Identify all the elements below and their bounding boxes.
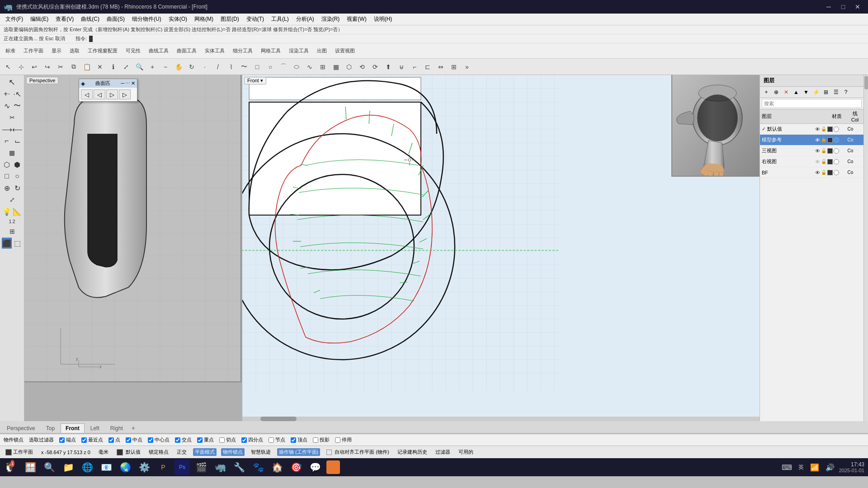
toolbar-tab-select[interactable]: 选取 <box>66 47 83 55</box>
taskbar-tools-btn[interactable]: 🔧 <box>231 460 247 475</box>
layer-lock-modelref[interactable]: 🔒 <box>821 137 826 142</box>
layers-new-child-btn[interactable]: ⊕ <box>772 88 781 97</box>
copy-icon[interactable]: ⧉ <box>67 61 80 73</box>
move-btn[interactable]: ⊕ <box>2 183 12 193</box>
taskbar-orange-btn[interactable] <box>326 460 340 474</box>
select-tool-icon[interactable]: ↖ <box>2 61 14 73</box>
toolbar-tab-display[interactable]: 显示 <box>48 47 65 55</box>
scrollbar-thumb[interactable] <box>260 417 297 421</box>
tray-clock[interactable]: 17:43 2025-01-01 <box>839 461 864 473</box>
layers-filter-btn[interactable]: ⚡ <box>811 88 821 97</box>
snap-project[interactable]: 投影 <box>313 436 330 443</box>
layer-vis-bf[interactable]: 👁 <box>815 170 820 175</box>
curve2-btn[interactable]: 〜 <box>12 100 22 111</box>
undo-icon[interactable]: ↩ <box>28 61 41 73</box>
snap-endpoint-check[interactable] <box>59 437 65 443</box>
menu-edit[interactable]: 编辑(E) <box>27 14 52 24</box>
layers-up-btn[interactable]: ▲ <box>792 88 801 97</box>
snap-tangent[interactable]: 切点 <box>219 436 236 443</box>
history-btn[interactable]: ⊞ <box>2 226 22 237</box>
cut-icon[interactable]: ✂ <box>54 61 67 73</box>
layer-row-rightview[interactable]: 右视图 👁 🔓 Co <box>760 156 863 167</box>
unit-status[interactable]: 毫米 <box>97 448 110 456</box>
zoom-in-icon[interactable]: + <box>146 61 159 73</box>
layer-row-bf[interactable]: BF 👁 🔓 Co <box>760 167 863 178</box>
planar-status[interactable]: 平面模式 <box>193 448 217 456</box>
point-sel-btn[interactable]: ·↖ <box>12 89 22 99</box>
perspective-viewport[interactable]: Perspective x y <box>24 75 241 382</box>
redo-icon[interactable]: ↪ <box>41 61 54 73</box>
snap-midpoint[interactable]: 中点 <box>126 436 142 443</box>
vp-tab-right[interactable]: Right <box>105 423 128 433</box>
zoom-extents-icon[interactable]: ⤢ <box>120 61 132 73</box>
snap-center-check[interactable] <box>148 437 153 443</box>
loft-icon[interactable]: ⬡ <box>343 61 355 73</box>
taskbar-chat-btn[interactable]: 💬 <box>307 460 323 475</box>
revolve-icon[interactable]: ⟲ <box>356 61 368 73</box>
right-scrollbar[interactable] <box>863 75 868 421</box>
taskbar-settings-btn[interactable]: ⚙️ <box>137 460 152 475</box>
snap-near-check[interactable] <box>81 437 87 443</box>
toolbar-tab-standard[interactable]: 标准 <box>2 47 19 55</box>
ce-tool-1[interactable]: ◁ <box>81 89 93 99</box>
paste-icon[interactable]: 📋 <box>80 61 93 73</box>
perspective-label-btn[interactable]: Perspective <box>26 77 58 84</box>
toolbar-tab-curve-tools[interactable]: 曲线工具 <box>145 47 172 55</box>
menu-curve[interactable]: 曲线(C) <box>77 14 103 24</box>
extend-btn[interactable]: ⟶ <box>2 124 12 135</box>
ce-tool-2[interactable]: ◁ <box>94 89 105 99</box>
workplane-status[interactable]: 工作平面 <box>4 448 35 456</box>
vp-tab-top[interactable]: Top <box>41 423 60 433</box>
snap-quad-check[interactable] <box>241 437 247 443</box>
menu-solid[interactable]: 实体(O) <box>165 14 191 24</box>
toolbar-tab-mesh-tools[interactable]: 网格工具 <box>257 47 284 55</box>
snap-perp-check[interactable] <box>197 437 203 443</box>
boolean-icon[interactable]: ⊎ <box>395 61 408 73</box>
taskbar-video-btn[interactable]: 🎬 <box>193 460 209 475</box>
layer-row-threeview[interactable]: 三视图 👁 🔓 Co <box>760 145 863 156</box>
tray-sound-icon[interactable]: 🔊 <box>824 462 836 473</box>
zoom-out-icon[interactable]: − <box>159 61 172 73</box>
taskbar-paint-btn[interactable]: P <box>156 460 171 475</box>
lock-grid-status[interactable]: 锁定格点 <box>147 448 170 456</box>
snap-center[interactable]: 中心点 <box>148 436 170 443</box>
layer-vis-modelref[interactable]: 👁 <box>815 137 820 143</box>
mesh-btn[interactable]: ⬡ <box>2 159 12 170</box>
select-sub-icon[interactable]: ⊹ <box>15 61 28 73</box>
menu-surface[interactable]: 曲面(S) <box>103 14 128 24</box>
line-icon[interactable]: / <box>212 61 224 73</box>
filter-status[interactable]: 过滤器 <box>434 448 452 456</box>
toolbar-tab-layout[interactable]: 出图 <box>313 47 330 55</box>
taskbar-ps-btn[interactable]: Ps <box>175 460 190 475</box>
snap-perp[interactable]: 重点 <box>197 436 214 443</box>
taskbar-rhino-btn[interactable]: 🦏 <box>212 460 228 475</box>
maximize-button[interactable]: □ <box>836 0 850 14</box>
vp-tab-left[interactable]: Left <box>85 423 104 433</box>
taskbar-windows-btn[interactable]: 🪟 <box>23 460 38 475</box>
toolbar-tab-visibility[interactable]: 可见性 <box>122 47 144 55</box>
snap-disable[interactable]: 停用 <box>335 436 352 443</box>
fillet-icon[interactable]: ⌐ <box>408 61 421 73</box>
toolbar-tab-subd-tools[interactable]: 细分工具 <box>229 47 256 55</box>
horizontal-scrollbar[interactable] <box>242 417 760 421</box>
toolbar-tab-surface-tools[interactable]: 曲面工具 <box>173 47 200 55</box>
arc-icon[interactable]: ⌒ <box>277 61 290 73</box>
ce-tool-4[interactable]: ▷ <box>119 89 131 99</box>
vp-tab-perspective[interactable]: Perspective <box>2 423 40 433</box>
menu-transform[interactable]: 变动(T) <box>243 14 268 24</box>
taskbar-files-btn[interactable]: 📁 <box>61 460 76 475</box>
taskbar-home-btn[interactable]: 🏠 <box>269 460 285 475</box>
pan-icon[interactable]: ✋ <box>172 61 185 73</box>
menu-mesh[interactable]: 网格(M) <box>191 14 217 24</box>
polyline-icon[interactable]: ⌇ <box>225 61 237 73</box>
gumball-status[interactable]: 操作轴 (工作平面) <box>277 448 320 456</box>
menu-file[interactable]: 文件(F) <box>2 14 27 24</box>
scale-btn[interactable]: ⤢ <box>2 194 22 205</box>
sphere-btn[interactable]: ○ <box>12 171 22 182</box>
taskbar-browser-btn[interactable]: 🌐 <box>80 460 95 475</box>
rotate-icon[interactable]: ↻ <box>185 61 198 73</box>
smart-track-status[interactable]: 智慧轨迹 <box>249 448 273 456</box>
layers-delete-btn[interactable]: ✕ <box>782 88 791 97</box>
point-icon[interactable]: · <box>198 61 211 73</box>
layers-down-btn[interactable]: ▼ <box>802 88 811 97</box>
